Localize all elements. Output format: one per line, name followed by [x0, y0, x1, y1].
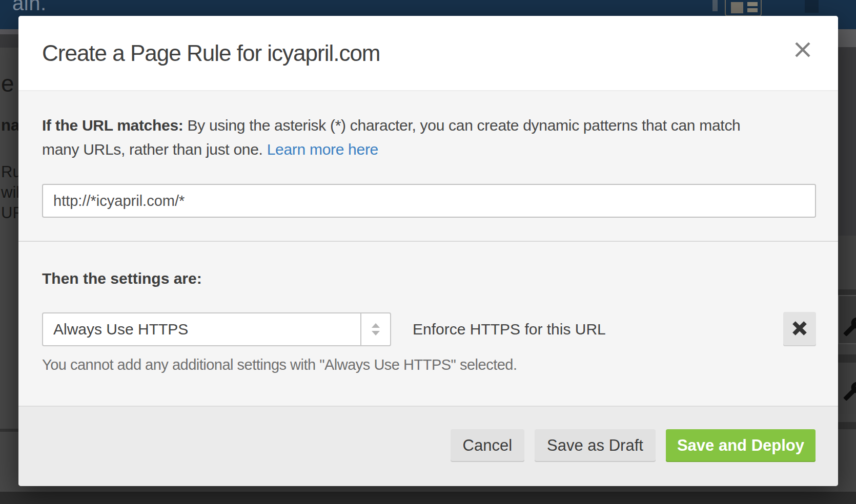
setting-note: You cannot add any additional settings w…: [42, 353, 517, 376]
cancel-button[interactable]: Cancel: [451, 429, 525, 462]
background-band: [838, 344, 856, 354]
create-page-rule-modal: Create a Page Rule for icyapril.com If t…: [18, 16, 838, 486]
save-and-deploy-button[interactable]: Save and Deploy: [666, 429, 816, 462]
wrench-icon: [843, 317, 856, 339]
remove-setting-button[interactable]: [783, 312, 816, 346]
url-match-text-line2: many URLs, rather than just one.: [42, 141, 263, 158]
wrench-icon: [843, 381, 856, 404]
setting-select[interactable]: Always Use HTTPS: [42, 312, 391, 346]
settings-heading: Then the settings are:: [42, 267, 202, 290]
modal-footer: Cancel Save as Draft Save and Deploy: [18, 406, 838, 486]
modal-header: Create a Page Rule for icyapril.com: [18, 16, 838, 91]
setting-description: Enforce HTTPS for this URL: [413, 318, 606, 341]
url-match-label: If the URL matches:: [42, 117, 183, 134]
background-band: [838, 414, 856, 422]
section-divider: [18, 241, 838, 242]
close-button[interactable]: [790, 38, 815, 62]
background-text-fragment: e: [1, 72, 14, 95]
learn-more-link[interactable]: Learn more here: [267, 141, 378, 158]
modal-title: Create a Page Rule for icyapril.com: [42, 16, 380, 90]
screen: ain. e nav Ru will UR Create a Page Rule…: [0, 0, 856, 504]
setting-select-value: Always Use HTTPS: [43, 313, 360, 345]
select-arrows-icon: [360, 313, 390, 345]
background-band: [838, 29, 856, 47]
remove-icon: [792, 321, 807, 338]
background-row-divider: [838, 289, 856, 295]
background-topbar-text: ain.: [12, 0, 47, 14]
background-band: [838, 236, 856, 289]
background-dark-button-fragment: [805, 0, 819, 13]
url-pattern-input[interactable]: [42, 184, 816, 218]
url-match-text-line1: By using the asterisk (*) character, you…: [188, 117, 741, 134]
background-icon-fragment: [712, 0, 718, 11]
background-band: [838, 429, 856, 492]
layout-columns-icon: [725, 0, 762, 16]
background-row-divider: [838, 422, 856, 429]
background-row-divider: [0, 429, 18, 432]
background-row-divider: [838, 354, 856, 363]
close-icon: [794, 41, 811, 60]
url-match-description: If the URL matches: By using the asteris…: [42, 113, 819, 161]
save-as-draft-button[interactable]: Save as Draft: [535, 429, 656, 462]
background-band: [838, 47, 856, 236]
background-band: [0, 492, 856, 504]
modal-body: If the URL matches: By using the asteris…: [18, 91, 838, 406]
